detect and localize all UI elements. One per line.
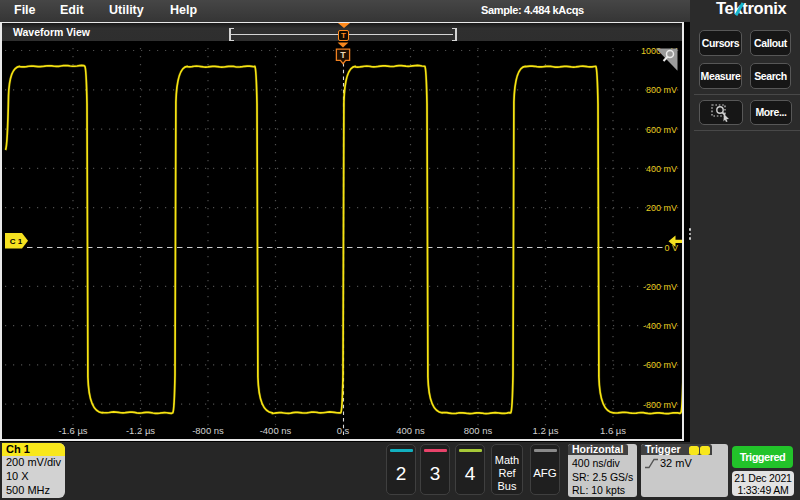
svg-text:-800 ns: -800 ns <box>192 425 224 436</box>
svg-text:800 mV: 800 mV <box>646 85 677 95</box>
svg-text:1.2 µs: 1.2 µs <box>532 425 558 436</box>
svg-text:400 ns: 400 ns <box>396 425 425 436</box>
svg-text:-1.2 µs: -1.2 µs <box>126 425 155 436</box>
svg-text:-400 mV: -400 mV <box>643 321 677 331</box>
svg-text:C 1: C 1 <box>10 237 23 246</box>
svg-text:-1.6 µs: -1.6 µs <box>58 425 87 436</box>
svg-text:1.6 µs: 1.6 µs <box>600 425 626 436</box>
svg-text:-600 mV: -600 mV <box>643 360 677 370</box>
svg-text:800 ns: 800 ns <box>464 425 493 436</box>
svg-text:-800 mV: -800 mV <box>643 400 677 410</box>
svg-text:600 mV: 600 mV <box>646 125 677 135</box>
svg-text:-200 mV: -200 mV <box>643 282 677 292</box>
svg-text:-400 ns: -400 ns <box>260 425 292 436</box>
svg-text:0 s: 0 s <box>337 425 350 436</box>
svg-text:200 mV: 200 mV <box>646 203 677 213</box>
svg-text:0 V: 0 V <box>664 243 678 253</box>
svg-text:T: T <box>340 50 346 60</box>
svg-text:400 mV: 400 mV <box>646 164 677 174</box>
